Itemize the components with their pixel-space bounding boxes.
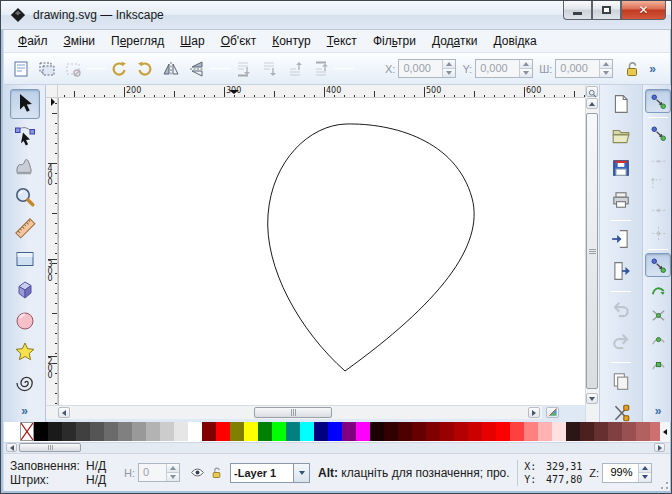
snap-to-paths-button[interactable]: [645, 278, 671, 302]
palette-scrollbar[interactable]: [4, 442, 670, 453]
scroll-down-button[interactable]: [586, 393, 598, 404]
toolbar-overflow-button[interactable]: »: [645, 60, 660, 78]
swatch-2b2b2b[interactable]: [62, 422, 76, 441]
document-save-button[interactable]: [606, 153, 636, 183]
swatch-804040[interactable]: [608, 422, 622, 441]
swatch-none[interactable]: [20, 422, 34, 441]
scroll-left-button[interactable]: [58, 407, 70, 418]
close-button[interactable]: ✕: [621, 1, 666, 20]
swatch-ff00ff[interactable]: [356, 422, 370, 441]
swatch-00ff00[interactable]: [272, 422, 286, 441]
swatch-00ffff[interactable]: [300, 422, 314, 441]
export-button[interactable]: [606, 256, 636, 286]
resize-grip[interactable]: [656, 454, 670, 491]
menu-item-шар[interactable]: Шар: [172, 31, 212, 51]
sticky-zoom-button[interactable]: [586, 86, 598, 97]
swatch-000000[interactable]: [34, 422, 48, 441]
y-spin-up[interactable]: [520, 60, 532, 68]
menu-item-фільтри[interactable]: Фільтри: [365, 31, 424, 51]
node-editor-button[interactable]: [10, 120, 40, 150]
swatch-800080[interactable]: [342, 422, 356, 441]
swatch-4d2020[interactable]: [580, 422, 594, 441]
scroll-up-button[interactable]: [586, 98, 598, 109]
swatch-330000[interactable]: [384, 422, 398, 441]
y-spin-down[interactable]: [520, 68, 532, 77]
select-all-in-all-layers-button[interactable]: [34, 56, 60, 82]
canvas[interactable]: [58, 98, 585, 405]
layer-lock-button[interactable]: [209, 465, 224, 480]
menu-item-зміни[interactable]: Зміни: [56, 31, 104, 51]
swatch-e6e6e6[interactable]: [174, 422, 188, 441]
swatch-b36060[interactable]: [636, 422, 650, 441]
folder-open-button[interactable]: [606, 121, 636, 151]
menu-item-обєкт[interactable]: Об'єкт: [213, 31, 265, 51]
swatch-800000[interactable]: [202, 422, 216, 441]
menu-item-довідка[interactable]: Довідка: [485, 31, 544, 51]
zoom-spinbox[interactable]: 99%: [602, 463, 652, 483]
selector-button[interactable]: [10, 89, 40, 119]
swatch-ffb3b3[interactable]: [538, 422, 552, 441]
menu-item-перегляд[interactable]: Перегляд: [103, 31, 172, 51]
lock-ratio-button[interactable]: [619, 56, 645, 82]
zoom-spin-down[interactable]: [639, 472, 651, 482]
snap-smooth-nodes-button[interactable]: [645, 353, 671, 377]
zoom-button[interactable]: [10, 182, 40, 212]
scroll-right-button[interactable]: [528, 407, 540, 418]
swatch-008080[interactable]: [286, 422, 300, 441]
swatch-ff0000[interactable]: [216, 422, 230, 441]
swatch-808000[interactable]: [230, 422, 244, 441]
ellipse-button[interactable]: [10, 306, 40, 336]
snap-overflow-button[interactable]: »: [651, 402, 666, 420]
swatch-404040[interactable]: [76, 422, 90, 441]
snap-nodes-button[interactable]: [645, 253, 671, 277]
swatch-008000[interactable]: [258, 422, 272, 441]
horizontal-ruler[interactable]: 200300400500600: [58, 85, 585, 98]
swatch-ffe0e0[interactable]: [552, 422, 566, 441]
import-button[interactable]: [606, 224, 636, 254]
tweak-button[interactable]: [10, 151, 40, 181]
swatch-ffffff[interactable]: [188, 422, 202, 441]
palette-scroll-right-button[interactable]: [654, 443, 665, 452]
y-spinbox[interactable]: 0,000: [475, 59, 533, 78]
zoom-spin-up[interactable]: [639, 464, 651, 473]
swatch-995050[interactable]: [622, 422, 636, 441]
color-management-button[interactable]: [546, 407, 559, 418]
layer-selector[interactable]: -Layer 1: [230, 463, 310, 483]
menu-item-текст[interactable]: Текст: [319, 31, 365, 51]
menu-item-файл[interactable]: Файл: [10, 31, 56, 51]
swatch-6b6b6b[interactable]: [104, 422, 118, 441]
snap-bounding-box-button[interactable]: [645, 121, 671, 145]
rectangle-button[interactable]: [10, 244, 40, 274]
swatch-808080[interactable]: [118, 422, 132, 441]
swatch-0000ff[interactable]: [328, 422, 342, 441]
duplicate-button[interactable]: [606, 366, 636, 396]
swatch-ffff00[interactable]: [244, 422, 258, 441]
layer-visibility-button[interactable]: [190, 465, 205, 480]
print-button[interactable]: [606, 185, 636, 215]
swatch-e60000[interactable]: [482, 422, 496, 441]
swatch-1a0000[interactable]: [370, 422, 384, 441]
enable-snapping-button[interactable]: [645, 89, 671, 113]
swatch-ff0000[interactable]: [496, 422, 510, 441]
width-spin-down[interactable]: [600, 68, 612, 77]
x-spin-down[interactable]: [443, 68, 455, 77]
swatch-999999[interactable]: [132, 422, 146, 441]
swatch-2b1515[interactable]: [566, 422, 580, 441]
opacity-spin-up[interactable]: [167, 464, 179, 472]
fill-stroke-indicator[interactable]: Заповнення: Н/Д Штрих: Н/Д: [10, 459, 112, 487]
swatch-1a1a1a[interactable]: [48, 422, 62, 441]
swatch-555555[interactable]: [90, 422, 104, 441]
swatch-b3b3b3[interactable]: [146, 422, 160, 441]
swatch-000080[interactable]: [314, 422, 328, 441]
snap-path-intersections-button[interactable]: [645, 303, 671, 327]
snap-cusp-nodes-button[interactable]: [645, 328, 671, 352]
drawing-shape[interactable]: [58, 98, 585, 405]
vertical-scroll-thumb[interactable]: [586, 113, 598, 389]
swatch-4d0000[interactable]: [398, 422, 412, 441]
width-spin-up[interactable]: [600, 60, 612, 68]
opacity-spin-down[interactable]: [167, 472, 179, 481]
minimize-button[interactable]: [563, 1, 592, 20]
flip-vertical-button[interactable]: [184, 56, 210, 82]
select-all-button[interactable]: [8, 56, 34, 82]
box-3d-button[interactable]: [10, 275, 40, 305]
